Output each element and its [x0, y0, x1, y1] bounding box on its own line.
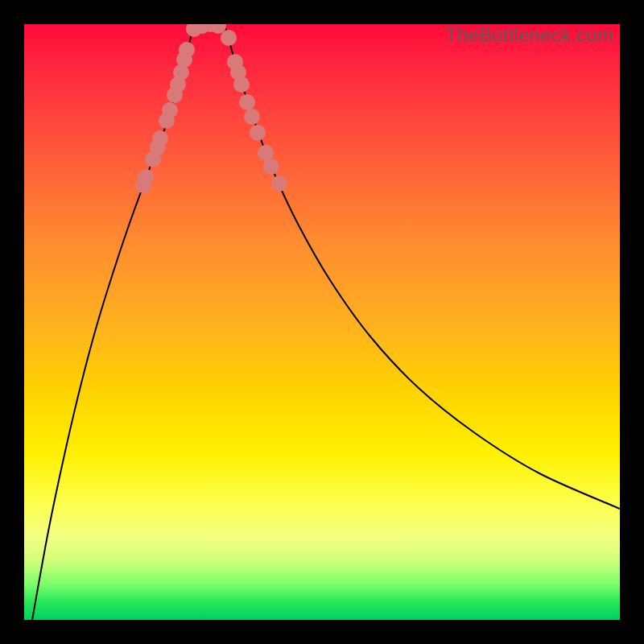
data-marker	[250, 125, 266, 141]
data-marker	[233, 76, 250, 93]
data-marker	[271, 175, 287, 192]
data-marker	[162, 102, 178, 118]
data-marker	[138, 169, 154, 185]
chart-plot-area: TheBottleneck.com	[24, 24, 620, 620]
watermark-text: TheBottleneck.com	[445, 24, 613, 47]
data-marker	[239, 94, 255, 110]
data-marker	[263, 159, 279, 175]
bottleneck-curve-svg	[24, 24, 620, 620]
data-marker	[179, 42, 195, 58]
bottleneck-curve	[32, 24, 620, 620]
curve-group	[32, 24, 620, 620]
marker-group	[135, 24, 287, 193]
data-marker	[244, 109, 260, 125]
data-marker	[152, 130, 168, 147]
data-marker	[221, 30, 237, 46]
